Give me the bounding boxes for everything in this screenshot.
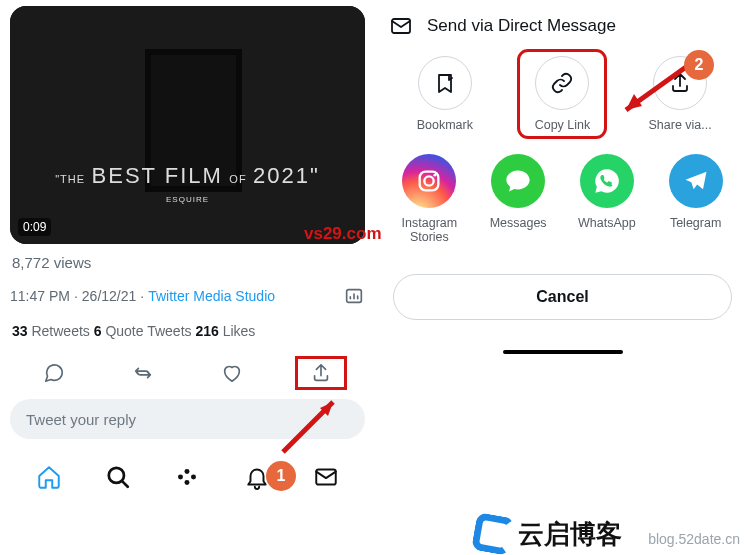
bookmark-option[interactable]: Bookmark [405, 56, 485, 132]
video-thumbnail[interactable]: "THE BEST FILM OF 2021" ESQUIRE 0:09 [10, 6, 365, 244]
messages-app-icon [491, 154, 545, 208]
like-icon[interactable] [207, 357, 257, 389]
annotation-step-2: 2 [684, 50, 714, 80]
analytics-icon[interactable] [343, 285, 365, 307]
whatsapp-icon [580, 154, 634, 208]
tweet-source[interactable]: Twitter Media Studio [148, 288, 275, 304]
svg-point-3 [185, 469, 190, 474]
video-overlay-text: "THE BEST FILM OF 2021" ESQUIRE [10, 163, 365, 204]
telegram-icon [669, 154, 723, 208]
telegram-option[interactable]: Telegram [656, 154, 736, 244]
svg-point-2 [178, 475, 183, 480]
svg-point-5 [185, 480, 190, 485]
annotation-arrow-2 [616, 62, 696, 122]
svg-point-9 [425, 176, 434, 185]
watermark-a: vs29.com [304, 224, 382, 244]
whatsapp-option[interactable]: WhatsApp [567, 154, 647, 244]
share-icon[interactable] [296, 357, 346, 389]
copy-link-option[interactable]: Copy Link [522, 54, 602, 134]
annotation-arrow-1 [278, 392, 348, 462]
tweet-time: 11:47 PM [10, 288, 70, 304]
spaces-icon[interactable] [162, 459, 212, 495]
instagram-stories-option[interactable]: Instagram Stories [389, 154, 469, 244]
bookmark-icon [418, 56, 472, 110]
send-dm-label: Send via Direct Message [427, 16, 616, 36]
video-duration: 0:09 [18, 218, 51, 236]
send-dm-row[interactable]: Send via Direct Message [385, 12, 740, 56]
retweet-icon[interactable] [118, 357, 168, 389]
link-icon [535, 56, 589, 110]
messages-icon[interactable] [301, 459, 351, 495]
search-icon[interactable] [93, 459, 143, 495]
home-icon[interactable] [24, 459, 74, 495]
tweet-stats: 33 Retweets 6 Quote Tweets 216 Likes [12, 323, 363, 339]
envelope-icon [389, 14, 413, 38]
messages-option[interactable]: Messages [478, 154, 558, 244]
cancel-button[interactable]: Cancel [393, 274, 732, 320]
instagram-icon [402, 154, 456, 208]
annotation-step-1: 1 [266, 461, 296, 491]
watermark-logo: 云启博客 [474, 515, 622, 553]
svg-point-10 [434, 174, 437, 177]
tweet-meta: 11:47 PM · 26/12/21 · Twitter Media Stud… [10, 285, 365, 307]
home-indicator [503, 350, 623, 354]
watermark-b: blog.52date.cn [648, 531, 740, 547]
reply-icon[interactable] [29, 357, 79, 389]
svg-point-4 [191, 475, 196, 480]
tweet-date: 26/12/21 [82, 288, 137, 304]
tweet-actions [10, 357, 365, 389]
view-count: 8,772 views [12, 254, 363, 271]
